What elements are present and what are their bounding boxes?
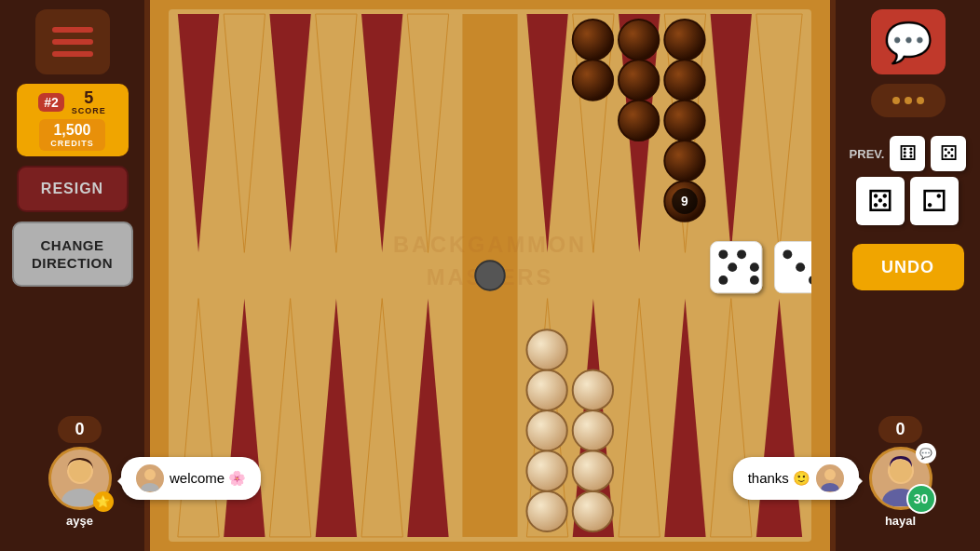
prev-dice-section: PREV. ⚅ ⚄ ⚄ ⚁	[850, 136, 967, 225]
svg-point-46	[573, 450, 613, 491]
current-dice-row: ⚄ ⚁	[856, 177, 959, 225]
player-right-score: 0	[878, 416, 921, 443]
svg-point-48	[573, 370, 613, 410]
score-box: #2 5 SCORE 1,500 CREDITS	[17, 84, 129, 156]
svg-point-70	[141, 483, 159, 491]
svg-point-69	[144, 469, 156, 480]
svg-point-53	[526, 329, 566, 370]
svg-point-72	[821, 483, 839, 491]
chat-bubble-right: thanks 🙂	[733, 457, 859, 500]
dot-1	[892, 97, 900, 104]
player-right-timer: 30	[906, 484, 936, 514]
svg-point-40	[664, 101, 704, 141]
chat-button[interactable]: 💬	[871, 9, 946, 74]
chat-bubble-left: welcome 🌸	[121, 457, 261, 500]
dot-2	[905, 97, 912, 104]
player-left-name: ayşe	[66, 514, 93, 528]
prev-die-2: ⚄	[931, 136, 966, 171]
menu-line-2	[52, 39, 93, 45]
menu-line-3	[52, 51, 93, 57]
prev-label: PREV.	[850, 147, 885, 161]
svg-point-71	[824, 469, 836, 480]
board-inner: BACKGAMMON MASTERS 9	[169, 9, 811, 542]
prev-die-1: ⚅	[890, 136, 925, 171]
menu-button[interactable]	[35, 9, 110, 74]
svg-point-63	[796, 262, 805, 272]
resign-button[interactable]: RESIGN	[17, 166, 129, 212]
player-right-name: hayal	[885, 514, 916, 528]
svg-text:9: 9	[681, 195, 688, 208]
svg-point-35	[619, 101, 659, 141]
chat-left-message: welcome 🌸	[170, 470, 246, 487]
svg-point-65	[475, 261, 505, 290]
score-label-box: 5 SCORE	[72, 89, 106, 115]
change-direction-button[interactable]: CHANGEDIRECTION	[12, 222, 133, 287]
score-value: 5	[84, 89, 93, 106]
svg-point-58	[728, 262, 737, 272]
dot-3	[917, 97, 924, 104]
svg-point-47	[573, 410, 613, 450]
board-svg: BACKGAMMON MASTERS 9	[169, 9, 811, 542]
more-options-button[interactable]	[871, 84, 946, 117]
player-right-avatar: 30 💬	[869, 447, 932, 510]
credits-box: 1,500 CREDITS	[39, 119, 105, 151]
undo-button[interactable]: UNDO	[852, 244, 964, 290]
svg-text:BACKGAMMON: BACKGAMMON	[393, 233, 587, 257]
credits-value: 1,500	[50, 122, 94, 139]
svg-point-55	[718, 249, 728, 259]
svg-point-38	[664, 20, 704, 60]
svg-point-59	[718, 276, 728, 285]
svg-point-50	[526, 450, 566, 491]
svg-point-37	[573, 60, 613, 100]
svg-point-33	[619, 20, 659, 60]
svg-point-34	[619, 60, 659, 100]
resign-label: RESIGN	[41, 181, 103, 197]
rank-badge: #2	[38, 93, 64, 112]
credits-label: CREDITS	[50, 139, 94, 148]
svg-point-2	[69, 460, 91, 482]
svg-point-51	[526, 410, 566, 450]
player-right: 0 30 💬 hayal	[869, 416, 932, 528]
chat-icon: 💬	[884, 20, 932, 65]
menu-line-1	[52, 27, 93, 33]
svg-point-68	[890, 460, 912, 482]
change-direction-label: CHANGEDIRECTION	[32, 236, 113, 273]
player-left: 0 ⭐ ayşe	[48, 416, 112, 528]
svg-point-57	[750, 262, 759, 272]
svg-point-56	[737, 249, 746, 259]
svg-point-49	[526, 491, 566, 531]
player-left-score: 0	[58, 416, 101, 443]
player-left-avatar: ⭐	[48, 447, 112, 510]
chat-right-avatar	[816, 464, 844, 492]
chat-right-message: thanks 🙂	[748, 470, 810, 487]
svg-point-39	[664, 60, 704, 100]
current-die-2: ⚁	[910, 177, 959, 225]
rank-score-row: #2 5 SCORE	[38, 89, 106, 115]
svg-point-62	[783, 249, 792, 259]
svg-point-45	[573, 491, 613, 531]
current-die-1: ⚄	[856, 177, 905, 225]
chat-left-avatar	[136, 464, 164, 492]
score-label: SCORE	[72, 106, 106, 115]
svg-point-52	[526, 370, 566, 410]
undo-label: UNDO	[881, 258, 934, 277]
player-right-chat-badge: 💬	[916, 443, 936, 464]
player-left-star: ⭐	[93, 491, 114, 512]
svg-point-41	[664, 141, 704, 181]
prev-label-row: PREV. ⚅ ⚄	[850, 136, 967, 171]
svg-rect-61	[775, 242, 811, 293]
svg-point-36	[573, 20, 613, 60]
svg-point-60	[750, 276, 759, 285]
